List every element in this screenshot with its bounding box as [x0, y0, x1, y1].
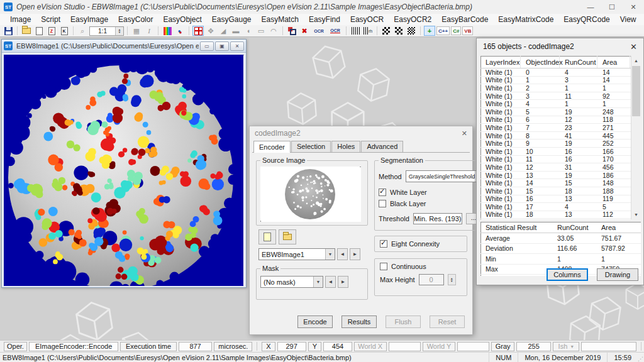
menu-item-easyimage[interactable]: EasyImage	[65, 15, 113, 24]
menu-item-easymatch[interactable]: EasyMatch	[257, 15, 304, 24]
open-icon[interactable]	[21, 26, 32, 36]
white-layer-checkbox[interactable]	[379, 189, 386, 196]
zoom-spinner[interactable]: ▲▼	[115, 27, 123, 35]
barcode-reader-icon[interactable]: rh	[362, 26, 374, 36]
table-row[interactable]: White (1)1231456	[480, 163, 641, 172]
close-icon[interactable]: ✕	[623, 0, 644, 14]
image-maximize-icon[interactable]: ▣	[215, 41, 229, 51]
source-image-select[interactable]: EBW8Image1 ▼	[258, 248, 335, 260]
ish-select[interactable]: Ish▼	[553, 342, 579, 351]
col-objectindex[interactable]: ObjectIndex	[521, 56, 560, 68]
table-row[interactable]: White (1)1319186	[480, 172, 641, 180]
barcode-icon[interactable]	[350, 26, 361, 36]
image-minimize-icon[interactable]: ▭	[200, 41, 214, 51]
col-runcount[interactable]: RunCount	[560, 56, 597, 68]
menu-item-easycolor[interactable]: EasyColor	[113, 15, 158, 24]
table-row[interactable]: White (1)31192	[480, 92, 641, 101]
copy-image-icon[interactable]: K	[58, 26, 70, 36]
objects-table[interactable]: LayerIndex ObjectIndex RunCount Area Whi…	[480, 56, 641, 219]
resize-grip[interactable]: ⋰	[638, 353, 644, 362]
columns-button[interactable]: Columns	[547, 268, 588, 281]
menu-item-easyobject[interactable]: EasyObject	[158, 15, 206, 24]
next-image-button[interactable]: ►	[350, 248, 360, 260]
table-row[interactable]: White (1)411	[480, 100, 641, 108]
table-row[interactable]: White (1)1116170	[480, 156, 641, 164]
image-window-title-bar[interactable]: ST EBW8Image1 (C:\Users\Public\Documents…	[2, 40, 246, 53]
save-icon[interactable]	[3, 26, 14, 36]
zoom-level-combo[interactable]: 1:1 ▲▼	[89, 26, 124, 36]
bacteria-image-canvas[interactable]	[4, 55, 244, 285]
grid-icon[interactable]: ▦	[131, 26, 142, 36]
dialog-title-bar[interactable]: codedImage2 ✕	[250, 126, 472, 140]
vb-icon[interactable]: VB	[462, 26, 473, 35]
next-mask-button[interactable]: ►	[338, 276, 348, 288]
table-row[interactable]: White (1)519248	[480, 108, 641, 116]
table-row[interactable]: White (1)1518188	[480, 187, 641, 195]
table-row[interactable]: White (1)919252	[480, 140, 641, 148]
continuous-checkbox[interactable]	[380, 263, 387, 270]
table-row[interactable]: White (1)1813112	[480, 211, 641, 219]
tab-encoder[interactable]: Encoder	[253, 141, 291, 153]
table-row[interactable]: Deviation116.665787.92	[480, 244, 641, 255]
max-height-spinner[interactable]: ▲▼	[448, 274, 456, 285]
table-row[interactable]: White (1)211	[480, 84, 641, 92]
mask-select[interactable]: (No mask) ▼	[260, 276, 323, 288]
results-panel[interactable]: 165 objects - codedImage2 ✕ LayerIndex O…	[476, 38, 644, 285]
menu-item-easybarcode[interactable]: EasyBarCode	[436, 15, 493, 24]
menu-item-window[interactable]: Window	[641, 15, 644, 24]
threshold-field[interactable]: Min. Res. (193)	[413, 213, 462, 224]
table-row[interactable]: White (1)1314	[480, 77, 641, 85]
menu-item-easyqrcode[interactable]: EasyQRCode	[558, 15, 614, 24]
menu-item-easyocr[interactable]: EasyOCR	[345, 15, 389, 24]
col-area[interactable]: Area	[597, 56, 630, 68]
table-row[interactable]: White (1)0414	[480, 69, 641, 77]
maximize-icon[interactable]: ☐	[601, 0, 623, 14]
col-layerindex[interactable]: LayerIndex	[480, 56, 521, 68]
menu-item-image[interactable]: Image	[5, 15, 36, 24]
annotate-icon[interactable]: I	[143, 26, 155, 36]
gauge-circle-icon[interactable]: ▭	[255, 26, 267, 36]
move-tool-icon[interactable]: ✥	[205, 26, 216, 36]
csharp-icon[interactable]: C#	[451, 26, 461, 35]
table-row[interactable]: White (1)1415148	[480, 179, 641, 187]
menu-item-view[interactable]: View	[615, 15, 641, 24]
results-button[interactable]: Results	[341, 315, 377, 328]
new-image-icon[interactable]	[33, 26, 45, 36]
menu-item-easymatrixcode[interactable]: EasyMatrixCode	[493, 15, 558, 24]
table-row[interactable]: White (1)723271	[480, 124, 641, 132]
matrixcode2-icon[interactable]	[393, 26, 404, 36]
easycolor-icon[interactable]	[162, 26, 173, 36]
tab-selection[interactable]: Selection	[291, 141, 331, 152]
gauge-point-icon[interactable]: ◢	[218, 26, 229, 36]
black-layer-checkbox[interactable]	[379, 200, 386, 207]
table-row[interactable]: White (1)1613119	[480, 195, 641, 204]
results-close-icon[interactable]: ✕	[630, 42, 637, 52]
table-row[interactable]: Average33.05751.67	[480, 233, 641, 244]
ocr-icon[interactable]: OCR	[311, 26, 326, 36]
coded-image-dialog[interactable]: codedImage2 ✕ Encoder Selection Holes Ad…	[249, 126, 473, 335]
qrcode-icon[interactable]	[406, 26, 417, 36]
zoom-tool-icon[interactable]: ⌕	[77, 26, 88, 36]
match-icon[interactable]	[286, 26, 297, 36]
results-panel-title-bar[interactable]: 165 objects - codedImage2 ✕	[477, 38, 643, 55]
color-classify-icon[interactable]: ●●	[174, 26, 186, 36]
method-select[interactable]: GrayscaleSingleThreshold ▼	[406, 170, 486, 182]
gauge-line-icon[interactable]: ▬	[230, 26, 242, 36]
table-row[interactable]: White (1)1016166	[480, 148, 641, 156]
eight-connexity-checkbox[interactable]	[380, 240, 387, 248]
add-tool-icon[interactable]: +	[424, 26, 435, 36]
edit-image-icon[interactable]: Z	[46, 26, 57, 36]
minimize-icon[interactable]: —	[580, 0, 601, 14]
table-row[interactable]: White (1)841445	[480, 132, 641, 140]
table-row[interactable]: White (1)612118	[480, 116, 641, 124]
gauge-rect-icon[interactable]: ◖	[243, 26, 254, 36]
menu-item-easyfind[interactable]: EasyFind	[304, 15, 345, 24]
prev-mask-button[interactable]: ◄	[325, 276, 336, 288]
gauge-arc-icon[interactable]: ◠	[268, 26, 279, 36]
coded-image-icon[interactable]	[192, 26, 204, 36]
find-icon[interactable]: ✖	[299, 26, 310, 36]
table-row[interactable]: Min11	[480, 254, 641, 265]
menu-item-script[interactable]: Script	[36, 15, 65, 24]
drawing-button[interactable]: Drawing	[597, 268, 638, 281]
table-row[interactable]: White (1)1745	[480, 203, 641, 211]
